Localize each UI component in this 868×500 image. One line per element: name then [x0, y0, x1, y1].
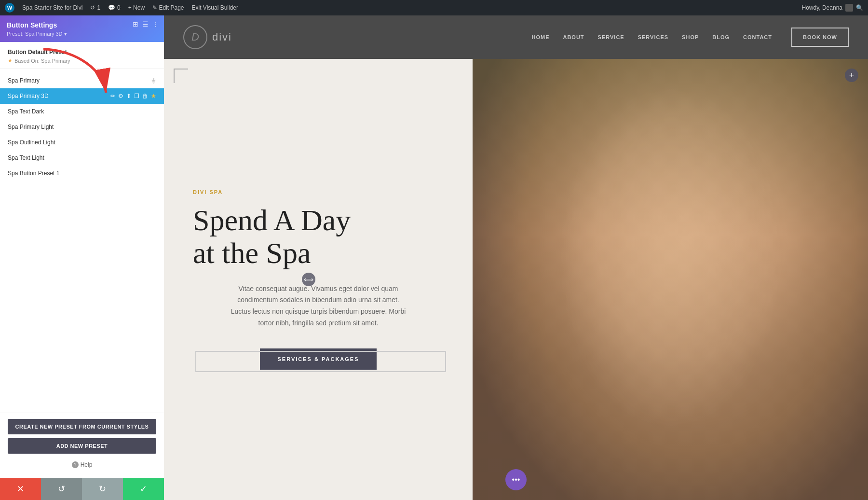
header-icons: ⊞ ☰ ⋮: [133, 20, 159, 28]
hero-left: DIVI SPA Spend A Day at the Spa Vitae co…: [164, 59, 473, 500]
new-button[interactable]: + New: [128, 4, 145, 11]
hero-tag: DIVI SPA: [193, 189, 444, 195]
logo-text: divi: [212, 31, 232, 43]
hero-photo: [473, 59, 868, 500]
edit-preset-icon[interactable]: ✏: [110, 93, 115, 99]
preset-item-spa-primary[interactable]: Spa Primary ★ ⋮: [0, 73, 164, 88]
help-link[interactable]: ? Help: [8, 458, 156, 472]
nav-link-about[interactable]: ABOUT: [563, 34, 584, 40]
preset-list: Spa Primary ★ ⋮ Spa Primary 3D ✏ ⚙ ⬆ ❐ 🗑…: [0, 69, 164, 413]
default-preset-title: Button Default Preset: [8, 49, 156, 56]
avatar: [845, 4, 853, 12]
gear-preset-icon[interactable]: ⚙: [118, 93, 123, 99]
preset-item-spa-primary-light[interactable]: Spa Primary Light: [0, 119, 164, 135]
comment-count[interactable]: 💬 0: [108, 4, 121, 11]
book-now-button[interactable]: BOOK NOW: [791, 28, 849, 47]
edit-page-button[interactable]: ✎ Edit Page: [152, 4, 184, 11]
upload-preset-icon[interactable]: ⬆: [126, 93, 131, 99]
corner-mark: [174, 69, 188, 83]
site-navigation: D divi HOME ABOUT SERVICE SERVICES SHOP …: [164, 15, 868, 59]
preset-panel: Button Default Preset ★ Based On: Spa Pr…: [0, 42, 164, 478]
undo-footer-button[interactable]: ↺: [41, 478, 82, 500]
nav-link-blog[interactable]: BLOG: [712, 34, 730, 40]
based-on-label: ★ Based On: Spa Primary: [8, 57, 156, 64]
preset-item-spa-primary-3d[interactable]: Spa Primary 3D ✏ ⚙ ⬆ ❐ 🗑 ★: [0, 88, 164, 104]
hero-image: +: [473, 59, 868, 500]
site-name-link[interactable]: Spa Starter Site for Divi: [22, 4, 82, 11]
section-menu-button[interactable]: •••: [505, 469, 527, 490]
redo-icon: ↻: [99, 484, 106, 494]
star-icon: ★: [8, 57, 13, 64]
save-footer-button[interactable]: ✓: [123, 478, 164, 500]
trash-preset-icon[interactable]: 🗑: [142, 93, 148, 99]
redo-footer-button[interactable]: ↻: [82, 478, 123, 500]
columns-icon[interactable]: ☰: [142, 20, 149, 28]
hero-title: Spend A Day at the Spa: [193, 204, 444, 269]
preset-item-spa-button-preset-1[interactable]: Spa Button Preset 1: [0, 166, 164, 181]
left-panel: ⊞ ☰ ⋮ Button Settings Preset: Spa Primar…: [0, 15, 164, 500]
logo-circle: D: [183, 25, 207, 49]
nav-link-shop[interactable]: SHOP: [682, 34, 699, 40]
preset-buttons-section: CREATE NEW PRESET FROM CURRENT STYLES AD…: [0, 413, 164, 478]
nav-link-contact[interactable]: CONTACT: [743, 34, 772, 40]
drag-icon: ⟺: [304, 276, 313, 283]
add-content-button[interactable]: +: [845, 69, 858, 82]
revision-count[interactable]: ↺ 1: [90, 4, 100, 11]
check-icon: ✓: [140, 484, 147, 494]
plus-icon: +: [849, 70, 854, 81]
exit-builder-button[interactable]: Exit Visual Builder: [192, 4, 239, 11]
undo-icon: ↺: [58, 484, 65, 494]
copy-preset-icon[interactable]: ❐: [134, 93, 139, 99]
main-layout: ⊞ ☰ ⋮ Button Settings Preset: Spa Primar…: [0, 15, 868, 500]
admin-bar: W Spa Starter Site for Divi ↺ 1 💬 0 + Ne…: [0, 0, 868, 15]
close-footer-button[interactable]: ✕: [0, 478, 41, 500]
preset-item-spa-text-dark[interactable]: Spa Text Dark: [0, 104, 164, 119]
nav-links: HOME ABOUT SERVICE SERVICES SHOP BLOG CO…: [531, 34, 772, 40]
hero-section: DIVI SPA Spend A Day at the Spa Vitae co…: [164, 59, 868, 500]
preset-label[interactable]: Preset: Spa Primary 3D ▾: [7, 31, 67, 37]
logo-letter: D: [191, 31, 199, 43]
fullscreen-icon[interactable]: ⊞: [133, 20, 138, 28]
dots-menu-icon: •••: [512, 475, 520, 484]
nav-link-home[interactable]: HOME: [531, 34, 549, 40]
wp-logo-icon[interactable]: W: [5, 3, 14, 13]
preset-item-spa-text-light[interactable]: Spa Text Light: [0, 150, 164, 166]
preset-actions: ✏ ⚙ ⬆ ❐ 🗑 ★: [110, 93, 156, 99]
close-icon: ✕: [17, 484, 24, 494]
create-preset-button[interactable]: CREATE NEW PRESET FROM CURRENT STYLES: [8, 419, 156, 434]
settings-header: ⊞ ☰ ⋮ Button Settings Preset: Spa Primar…: [0, 15, 164, 42]
nav-link-service[interactable]: SERVICE: [598, 34, 624, 40]
right-content: D divi HOME ABOUT SERVICE SERVICES SHOP …: [164, 15, 868, 500]
preset-item-spa-outlined-light[interactable]: Spa Outlined Light: [0, 135, 164, 150]
services-packages-button[interactable]: SERVICES & PACKAGES: [260, 348, 376, 370]
star-preset-icon[interactable]: ★: [151, 93, 156, 99]
nav-link-services[interactable]: SERVICES: [638, 34, 668, 40]
default-preset-section: Button Default Preset ★ Based On: Spa Pr…: [0, 42, 164, 69]
hero-body-text: Vitae consequat augue. Vivamus eget dolo…: [227, 283, 410, 329]
site-logo: D divi: [183, 25, 232, 49]
section-drag-handle[interactable]: ⟺: [302, 273, 315, 286]
left-footer: ✕ ↺ ↻ ✓: [0, 478, 164, 500]
preset-dots-icon[interactable]: ⋮: [150, 77, 157, 84]
add-preset-button[interactable]: ADD NEW PRESET: [8, 438, 156, 454]
hero-cta-wrapper: SERVICES & PACKAGES: [193, 348, 444, 370]
help-circle-icon: ?: [72, 461, 79, 468]
more-icon[interactable]: ⋮: [152, 20, 159, 28]
howdy-text: Howdy, Deanna 🔍: [802, 4, 864, 12]
